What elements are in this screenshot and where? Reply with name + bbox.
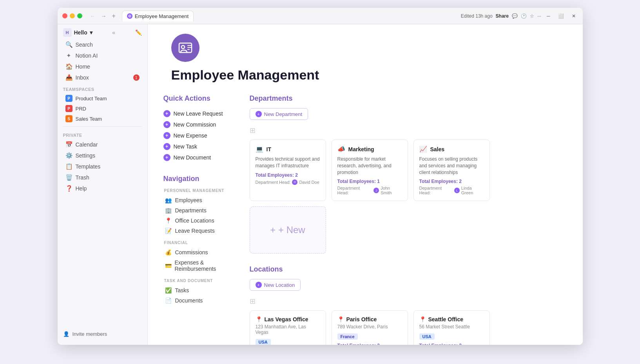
location-card-las-vegas[interactable]: 📍 Las Vegas Office 123 Manhattan Ave, La… (250, 310, 326, 345)
new-loc-plus-icon: + (256, 282, 262, 288)
department-card-it[interactable]: 💻 IT Provides technical support and mana… (250, 139, 326, 201)
nav-link-departments[interactable]: 🏢 Departments (163, 205, 242, 216)
dept-head-avatar-it: D (292, 179, 297, 185)
window-controls[interactable] (62, 13, 82, 18)
window-close-btn[interactable]: ✕ (569, 13, 578, 20)
location-card-seattle[interactable]: 📍 Seattle Office 56 Market Street Seattl… (413, 310, 490, 345)
window-min-btn[interactable]: ─ (544, 13, 553, 20)
dept-header-marketing: 📣 Marketing (337, 145, 402, 153)
dept-icon-marketing: 📣 (337, 145, 345, 153)
nav-link-office-locations[interactable]: 📍 Office Locations (163, 216, 242, 226)
departments-icon: 🏢 (165, 207, 172, 214)
country-tag-las-vegas: USA (256, 339, 271, 345)
home-icon: 🏠 (65, 63, 73, 70)
new-department-button[interactable]: + New Department (250, 108, 308, 120)
navigation-title: Navigation (163, 175, 242, 183)
nav-link-commissions[interactable]: 💰 Commissions (163, 247, 242, 257)
dept-head-label-marketing: Department Head: (337, 186, 372, 195)
browser-tab[interactable]: Employee Management (122, 11, 194, 22)
invite-members-button[interactable]: 👤 Invite members (58, 328, 147, 340)
location-pin-icon: 📍 (337, 316, 344, 322)
new-location-button[interactable]: + New Location (250, 279, 301, 291)
search-icon: 🔍 (65, 41, 73, 48)
location-name-seattle: 📍 Seattle Office (419, 316, 484, 322)
action-new-commission[interactable]: + New Commission (163, 119, 242, 130)
tab-title: Employee Management (135, 13, 189, 19)
action-new-task[interactable]: + New Task (163, 141, 242, 152)
invite-icon: 👤 (63, 331, 69, 337)
nav-link-leave-requests[interactable]: 📝 Leave Requests (163, 226, 242, 236)
quick-actions-section: Quick Actions + New Leave Request + New … (163, 94, 242, 163)
workspace-chevron: ▾ (90, 29, 92, 36)
inbox-badge: 1 (133, 74, 140, 81)
sidebar-item-search[interactable]: 🔍 Search (60, 39, 145, 50)
clock-icon[interactable]: 🕐 (521, 13, 527, 19)
sidebar-item-home[interactable]: 🏠 Home (60, 61, 145, 72)
star-icon[interactable]: ☆ (530, 13, 534, 19)
teamspaces-section-label: Teamspaces (58, 83, 147, 93)
dept-icon-sales: 📈 (419, 145, 427, 153)
add-department-card[interactable]: + + New (250, 206, 326, 254)
close-button[interactable] (62, 13, 67, 18)
department-card-marketing[interactable]: 📣 Marketing Responsible for market resea… (332, 139, 408, 201)
window-restore-btn[interactable]: ⬜ (556, 13, 566, 20)
location-name-paris: 📍 Paris Office (337, 316, 402, 322)
share-button[interactable]: Share (496, 13, 509, 19)
locations-grid-icon: ⊞ (250, 297, 567, 306)
department-card-sales[interactable]: 📈 Sales Focuses on selling products and … (413, 139, 490, 201)
expenses-icon: 💳 (165, 263, 172, 269)
dept-header-it: 💻 IT (256, 145, 320, 153)
maximize-button[interactable] (77, 13, 82, 18)
commissions-icon: 💰 (165, 249, 172, 255)
sidebar-item-sales-team[interactable]: S Sales Team (60, 114, 145, 124)
dept-head-marketing: Department Head: J John Smith (337, 186, 402, 195)
nav-link-expenses[interactable]: 💳 Expenses & Reimbursements (163, 257, 242, 274)
locations-grid: 📍 Las Vegas Office 123 Manhattan Ave, La… (250, 310, 567, 345)
nav-link-employees[interactable]: 👥 Employees (163, 195, 242, 205)
more-icon[interactable]: ··· (537, 13, 541, 19)
new-tab-button[interactable]: + (111, 12, 117, 20)
sidebar-item-settings[interactable]: ⚙️ Settings (60, 150, 145, 161)
action-new-expense[interactable]: + New Expense (163, 130, 242, 141)
sidebar-collapse-button[interactable]: « (112, 29, 115, 36)
locations-title: Locations (250, 265, 567, 273)
nav-link-tasks[interactable]: ✅ Tasks (163, 285, 242, 295)
location-pin-icon: 📍 (419, 316, 426, 322)
minimize-button[interactable] (70, 13, 75, 18)
sidebar-item-calendar[interactable]: 📅 Calendar (60, 139, 145, 150)
right-panel: Departments + New Department ⊞ 💻 IT (250, 94, 567, 345)
left-panel: Quick Actions + New Leave Request + New … (163, 94, 250, 345)
dept-head-sales: Department Head: L Linda Green (419, 186, 484, 195)
inbox-icon: 📥 (65, 74, 73, 81)
workspace-icon: H (63, 28, 72, 37)
sidebar-divider (63, 126, 142, 127)
nav-link-documents[interactable]: 📄 Documents (163, 295, 242, 306)
tab-favicon (127, 13, 132, 19)
action-new-leave[interactable]: + New Leave Request (163, 108, 242, 119)
comment-icon[interactable]: 💬 (512, 13, 518, 19)
page-avatar (171, 34, 199, 62)
sidebar-item-product-team[interactable]: P Product Team (60, 93, 145, 103)
action-plus-icon: + (163, 110, 170, 117)
sidebar-item-notion-ai[interactable]: ✦ Notion AI (60, 50, 145, 61)
location-card-paris[interactable]: 📍 Paris Office 789 Wacker Drive, Paris F… (332, 310, 408, 345)
sidebar-item-templates[interactable]: 📋 Templates (60, 161, 145, 172)
browser-meta: Edited 13h ago Share 💬 🕐 ☆ ··· ─ ⬜ ✕ (461, 13, 578, 20)
back-button[interactable]: ← (89, 12, 97, 20)
nav-category-tasks: TASK AND DOCUMENT (163, 279, 242, 283)
sidebar-item-inbox[interactable]: 📥 Inbox 1 (60, 72, 145, 83)
browser-titlebar: ← → + Employee Management Edited 13h ago… (58, 8, 583, 24)
sidebar-item-help[interactable]: ❓ Help (60, 183, 145, 194)
action-new-document[interactable]: + New Document (163, 152, 242, 163)
sidebar-item-trash[interactable]: 🗑️ Trash (60, 172, 145, 183)
dept-header-sales: 📈 Sales (419, 145, 484, 153)
sidebar: H Hello ▾ « ✏️ 🔍 Search ✦ Notion AI 🏠 Ho… (58, 24, 148, 345)
nav-controls[interactable]: ← → + (89, 12, 117, 20)
sidebar-item-prd[interactable]: P PRD (60, 103, 145, 114)
workspace-selector[interactable]: H Hello ▾ (63, 28, 92, 37)
location-icon: 📍 (165, 217, 172, 224)
forward-button[interactable]: → (100, 12, 108, 20)
location-name-las-vegas: 📍 Las Vegas Office (256, 316, 320, 322)
compose-button[interactable]: ✏️ (135, 29, 142, 36)
page-hero: Employee Management (148, 24, 583, 94)
